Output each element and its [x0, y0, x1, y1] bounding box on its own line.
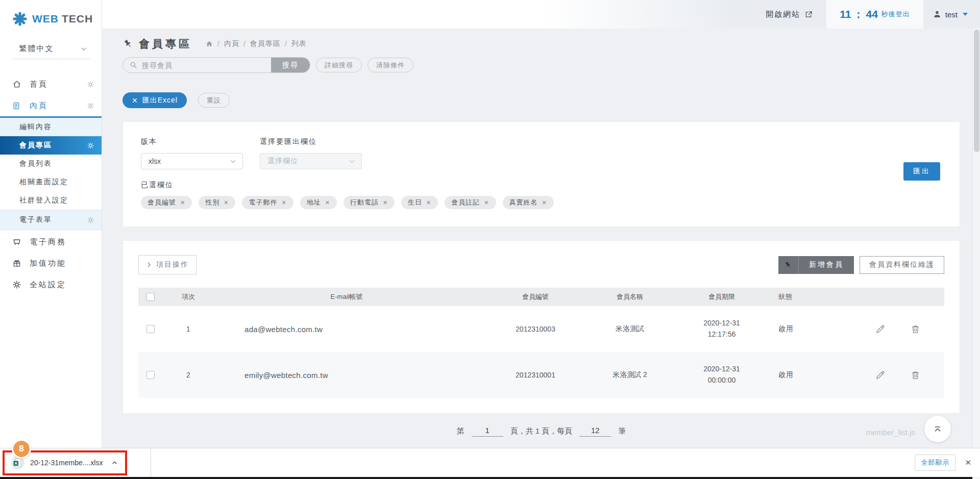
breadcrumb-item[interactable]: 會員專區	[250, 39, 281, 48]
export-columns-select[interactable]: 選擇欄位	[260, 153, 362, 169]
version-select[interactable]: xlsx	[141, 153, 243, 169]
row-checkbox[interactable]	[146, 371, 155, 379]
sidebar-item-addons[interactable]: 加值功能	[0, 253, 102, 274]
sidebar-item-eforms[interactable]: 電子表單	[0, 210, 102, 230]
per-page-input[interactable]	[579, 426, 611, 437]
field-tag[interactable]: 真實姓名✕	[503, 196, 554, 209]
member-table: 項次 E-mail帳號 會員編號 會員名稱 會員期限 狀態 1 ada@webt…	[138, 288, 944, 398]
sidebar-item-label: 全站設定	[30, 280, 94, 290]
pagination-middle-text: 頁，共 1 頁，每頁	[510, 426, 573, 436]
pin-icon	[778, 256, 799, 274]
sidebar-item-label: 會員列表	[19, 159, 94, 168]
field-tag[interactable]: 會員編號✕	[141, 196, 192, 209]
language-select[interactable]: 繁體中文	[12, 44, 90, 59]
logout-countdown: 11 ： 44 秒後登出	[826, 0, 923, 29]
vertical-scrollbar[interactable]	[972, 29, 980, 479]
sidebar-item-ecommerce[interactable]: 電子商務	[0, 231, 102, 253]
field-tag[interactable]: 會員註記✕	[445, 196, 496, 209]
tag-label: 行動電話	[350, 198, 379, 207]
add-member-button[interactable]: 新增會員	[778, 256, 854, 274]
clear-filters-button[interactable]: 清除條件	[368, 58, 413, 72]
reset-button[interactable]: 重設	[198, 93, 230, 108]
row-status: 啟用	[775, 370, 852, 380]
gear-icon[interactable]	[87, 81, 94, 88]
remove-tag-icon[interactable]: ✕	[224, 199, 229, 206]
export-excel-button[interactable]: ✕ 匯出Excel	[122, 92, 187, 108]
sidebar-item-screen-settings[interactable]: 相關畫面設定	[0, 173, 102, 191]
gear-icon[interactable]	[87, 216, 94, 224]
page-number-input[interactable]	[472, 426, 503, 437]
caret-up-icon[interactable]	[111, 460, 118, 466]
sidebar-item-home[interactable]: 首頁	[0, 73, 102, 95]
scroll-to-top-button[interactable]	[924, 416, 951, 442]
select-all-checkbox[interactable]	[146, 293, 155, 301]
remove-tag-icon[interactable]: ✕	[325, 199, 330, 206]
field-tag[interactable]: 電子郵件✕	[242, 196, 293, 209]
breadcrumb: / 內頁 / 會員專區 / 列表	[205, 39, 307, 48]
search-button[interactable]: 搜尋	[271, 57, 310, 73]
row-email: ada@webtech.com.tw	[214, 325, 479, 334]
sidebar-item-edit-content[interactable]: 編輯內容	[0, 118, 102, 136]
open-site-link[interactable]: 開啟網站	[761, 0, 826, 29]
edit-button[interactable]	[875, 370, 886, 381]
column-header-expiry: 會員期限	[668, 292, 775, 301]
sidebar-item-member-area[interactable]: 會員專區	[0, 136, 102, 155]
version-field: 版本 xlsx	[141, 137, 243, 169]
house-icon[interactable]	[205, 40, 213, 48]
remove-tag-icon[interactable]: ✕	[426, 199, 431, 206]
annotation-badge: 8	[12, 439, 31, 459]
download-item-annotation: 8 20-12-31membe....xlsx	[3, 450, 127, 475]
sidebar-item-inner-pages[interactable]: 內頁	[0, 95, 102, 116]
remove-tag-icon[interactable]: ✕	[281, 199, 286, 206]
sidebar-item-site-settings[interactable]: 全站設定	[0, 274, 102, 295]
advanced-search-button[interactable]: 詳細搜尋	[316, 58, 362, 72]
field-tag[interactable]: 地址✕	[300, 196, 337, 209]
tag-label: 電子郵件	[249, 198, 277, 207]
arrow-up-to-top-icon	[933, 424, 943, 434]
delete-button[interactable]	[910, 370, 921, 381]
download-filename[interactable]: 20-12-31membe....xlsx	[30, 459, 103, 467]
home-icon	[12, 80, 23, 89]
export-button[interactable]: 匯出	[903, 162, 940, 181]
breadcrumb-separator: /	[217, 40, 220, 48]
remove-tag-icon[interactable]: ✕	[383, 199, 388, 206]
column-header-status: 狀態	[775, 292, 852, 301]
gear-icon[interactable]	[87, 142, 94, 149]
delete-button[interactable]	[910, 324, 921, 335]
member-table-panel: 項目操作 新增會員 會員資料欄位維護	[122, 240, 960, 414]
row-index: 2	[163, 371, 214, 379]
close-download-bar-icon[interactable]: ✕	[965, 458, 971, 467]
row-expiry: 2020-12-31 12:17:56	[668, 318, 775, 340]
export-panel: 版本 xlsx 選擇要匯出欄位 選擇欄位	[122, 121, 960, 227]
item-operations-button[interactable]: 項目操作	[138, 255, 197, 274]
remove-tag-icon[interactable]: ✕	[542, 199, 547, 206]
field-tag[interactable]: 生日✕	[401, 196, 438, 209]
open-site-label: 開啟網站	[766, 10, 800, 19]
scrollbar-thumb[interactable]	[974, 30, 979, 152]
edit-button[interactable]	[875, 324, 886, 335]
pagination-row: 第 頁，共 1 頁，每頁 筆 member_list.js	[122, 423, 960, 446]
sidebar-item-label: 編輯內容	[19, 122, 94, 132]
show-all-downloads-button[interactable]: 全部顯示	[915, 455, 955, 471]
field-tag[interactable]: 性別✕	[199, 196, 235, 209]
language-value: 繁體中文	[19, 44, 54, 54]
remove-tag-icon[interactable]: ✕	[484, 199, 489, 206]
page-title: 會員專區	[139, 37, 192, 51]
sidebar-item-social-login[interactable]: 社群登入設定	[0, 191, 102, 210]
maintain-member-fields-button[interactable]: 會員資料欄位維護	[860, 256, 944, 274]
title-row: 會員專區 / 內頁 / 會員專區 / 列表	[122, 37, 960, 51]
row-checkbox[interactable]	[146, 325, 155, 333]
remove-tag-icon[interactable]: ✕	[180, 199, 185, 206]
gear-icon[interactable]	[87, 102, 94, 110]
search-input[interactable]	[138, 61, 271, 69]
row-member-name: 米洛測試 2	[592, 370, 668, 380]
countdown-seconds: 44	[866, 8, 877, 20]
breadcrumb-item[interactable]: 列表	[291, 39, 307, 48]
sidebar-item-label: 相關畫面設定	[19, 178, 94, 187]
field-tag[interactable]: 行動電話✕	[344, 196, 395, 209]
breadcrumb-item[interactable]: 內頁	[224, 39, 239, 48]
external-link-icon	[804, 10, 813, 19]
sidebar-item-member-list[interactable]: 會員列表	[0, 155, 102, 173]
row-actions	[852, 324, 944, 335]
user-menu[interactable]: test	[923, 0, 980, 29]
